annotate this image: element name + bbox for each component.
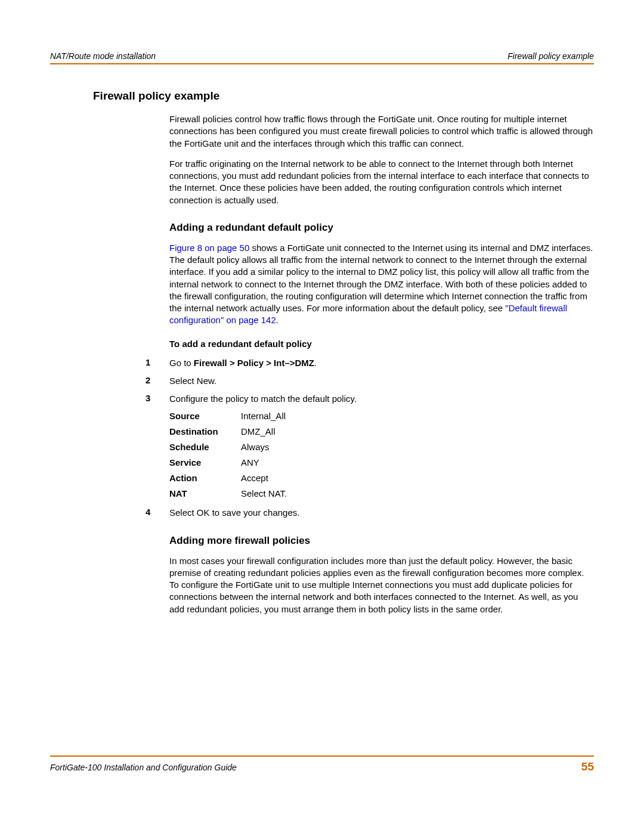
table-row: Source Internal_All	[169, 411, 594, 421]
table-label: Action	[169, 473, 241, 483]
table-label: Source	[169, 411, 241, 421]
subsection-heading: Adding a redundant default policy	[169, 222, 594, 234]
policy-table: Source Internal_All Destination DMZ_All …	[169, 411, 594, 498]
table-label: Destination	[169, 426, 241, 436]
step-text: Select OK to save your changes.	[169, 507, 594, 519]
page-header: NAT/Route mode installation Firewall pol…	[50, 51, 594, 64]
paragraph: Firewall policies control how traffic fl…	[169, 113, 594, 150]
procedure-heading: To add a redundant default policy	[169, 339, 594, 349]
subsection-heading: Adding more firewall policies	[169, 535, 594, 547]
step-number: 1	[145, 357, 169, 369]
table-value: Internal_All	[241, 411, 594, 421]
header-right: Firewall policy example	[507, 51, 594, 61]
paragraph-text: .	[276, 315, 278, 325]
page-footer: FortiGate-100 Installation and Configura…	[50, 755, 594, 773]
step-text: Go to Firewall > Policy > Int–>DMZ.	[169, 357, 594, 369]
step-text: Select New.	[169, 375, 594, 387]
list-item: 2 Select New.	[169, 375, 594, 387]
step-number: 2	[145, 375, 169, 387]
paragraph: Figure 8 on page 50 shows a FortiGate un…	[169, 242, 594, 327]
table-value: Always	[241, 442, 594, 452]
paragraph: In most cases your firewall configuratio…	[169, 555, 594, 615]
table-row: Service ANY	[169, 457, 594, 467]
table-label: Schedule	[169, 442, 241, 452]
figure-link[interactable]: Figure 8 on page 50	[169, 243, 249, 253]
list-item: 1 Go to Firewall > Policy > Int–>DMZ.	[169, 357, 594, 369]
list-item: 3 Configure the policy to match the defa…	[169, 393, 594, 405]
step-number: 4	[145, 507, 169, 519]
footer-title: FortiGate-100 Installation and Configura…	[50, 763, 237, 772]
table-row: Schedule Always	[169, 442, 594, 452]
section-heading: Firewall policy example	[93, 89, 594, 103]
list-item: 4 Select OK to save your changes.	[169, 507, 594, 519]
header-left: NAT/Route mode installation	[50, 51, 156, 61]
table-value: Accept	[241, 473, 594, 483]
table-label: NAT	[169, 488, 241, 498]
paragraph: For traffic originating on the Internal …	[169, 158, 594, 206]
step-number: 3	[145, 393, 169, 405]
step-text: Configure the policy to match the defaul…	[169, 393, 594, 405]
table-value: Select NAT.	[241, 488, 594, 498]
table-value: ANY	[241, 457, 594, 467]
table-row: NAT Select NAT.	[169, 488, 594, 498]
table-value: DMZ_All	[241, 426, 594, 436]
table-row: Action Accept	[169, 473, 594, 483]
table-row: Destination DMZ_All	[169, 426, 594, 436]
page-number: 55	[581, 760, 594, 773]
table-label: Service	[169, 457, 241, 467]
